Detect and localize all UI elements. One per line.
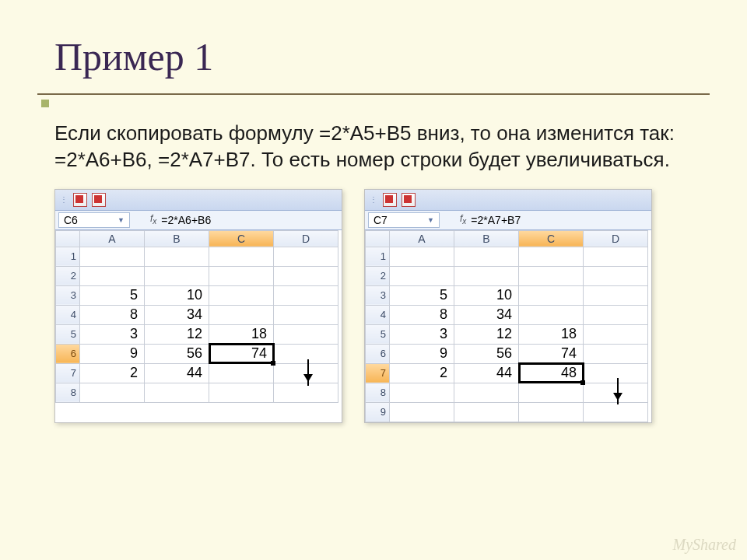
pdf-icon (383, 193, 397, 207)
cell (209, 247, 274, 266)
cell: 5 (80, 285, 145, 305)
cell (584, 285, 648, 305)
cell (80, 266, 145, 285)
cell (454, 266, 519, 285)
cell (209, 363, 274, 383)
down-arrow-icon (617, 378, 619, 404)
cell: 18 (519, 324, 584, 344)
formula-text: =2*A6+B6 (161, 214, 211, 226)
cell: 8 (80, 305, 145, 324)
cell: 12 (454, 324, 519, 344)
formula-text: =2*A7+B7 (471, 214, 521, 226)
cell (519, 285, 584, 305)
cell (584, 305, 648, 324)
row-header: 6 (56, 344, 80, 363)
cell (274, 266, 338, 285)
cell (209, 305, 274, 324)
cell (390, 402, 454, 422)
cell: 44 (454, 363, 519, 383)
row-header: 4 (366, 305, 390, 324)
row-header: 5 (56, 324, 80, 344)
cell: 18 (209, 324, 274, 344)
name-box: C6▼ (58, 212, 130, 228)
row-header: 1 (56, 247, 80, 266)
cell: 8 (390, 305, 454, 324)
row-header: 5 (366, 324, 390, 344)
formula-bar: C7▼ fx =2*A7+B7 (365, 211, 651, 230)
col-header: A (390, 230, 454, 247)
cell: 10 (145, 285, 209, 305)
row-header: 6 (366, 344, 390, 363)
slide-title: Пример 1 (0, 0, 747, 87)
cell (80, 247, 145, 266)
fx-label: fx (440, 213, 471, 226)
cell (390, 383, 454, 402)
cell (145, 383, 209, 402)
cell (454, 247, 519, 266)
cell: 56 (454, 344, 519, 363)
body-paragraph: Если скопировать формулу =2*A5+B5 вниз, … (0, 95, 747, 173)
col-header: B (454, 230, 519, 247)
excel-screenshot-left: ⋮ C6▼ fx =2*A6+B6 ABCD123510483453121869… (54, 189, 342, 423)
spreadsheet-grid: ABCD123510483453121869567472444889 (365, 230, 648, 422)
pdf-icon (73, 193, 87, 207)
cell: 34 (454, 305, 519, 324)
watermark: MyShared (673, 536, 736, 554)
cell: 3 (80, 324, 145, 344)
pdf-icon (92, 193, 106, 207)
cell (454, 383, 519, 402)
cell (519, 305, 584, 324)
cell (274, 247, 338, 266)
cell: 5 (390, 285, 454, 305)
row-header: 7 (56, 363, 80, 383)
col-header: D (274, 230, 338, 247)
cell (584, 402, 648, 422)
cell: 74 (519, 344, 584, 363)
spreadsheet-grid: ABCD123510483453121869567472448 (55, 230, 338, 403)
cell (209, 383, 274, 402)
row-header: 1 (366, 247, 390, 266)
cell: 12 (145, 324, 209, 344)
excel-screenshot-right: ⋮ C7▼ fx =2*A7+B7 ABCD123510483453121869… (364, 189, 652, 423)
row-header: 2 (366, 266, 390, 285)
cell (584, 266, 648, 285)
excel-toolbar: ⋮ (365, 190, 651, 211)
name-box: C7▼ (368, 212, 440, 228)
pdf-icon (402, 193, 416, 207)
cell (519, 383, 584, 402)
cell (454, 402, 519, 422)
cell (145, 266, 209, 285)
down-arrow-icon (307, 359, 309, 386)
cell (584, 247, 648, 266)
cell (274, 305, 338, 324)
row-header: 8 (56, 383, 80, 402)
cell (519, 247, 584, 266)
cell (584, 344, 648, 363)
cell (145, 247, 209, 266)
cell: 2 (390, 363, 454, 383)
col-header: C (519, 230, 584, 247)
cell (274, 285, 338, 305)
excel-toolbar: ⋮ (55, 190, 342, 211)
col-header: B (145, 230, 209, 247)
cell: 9 (80, 344, 145, 363)
row-header: 2 (56, 266, 80, 285)
row-header: 4 (56, 305, 80, 324)
row-header: 3 (366, 285, 390, 305)
col-header: D (584, 230, 648, 247)
fx-label: fx (130, 213, 161, 226)
cell: 9 (390, 344, 454, 363)
cell: 3 (390, 324, 454, 344)
cell: 44 (145, 363, 209, 383)
cell (209, 266, 274, 285)
cell (390, 247, 454, 266)
cell (274, 324, 338, 344)
col-header: A (80, 230, 145, 247)
cell (209, 285, 274, 305)
cell: 34 (145, 305, 209, 324)
col-header: C (209, 230, 274, 247)
row-header: 7 (366, 363, 390, 383)
cell: 2 (80, 363, 145, 383)
cell (584, 324, 648, 344)
row-header: 9 (366, 402, 390, 422)
